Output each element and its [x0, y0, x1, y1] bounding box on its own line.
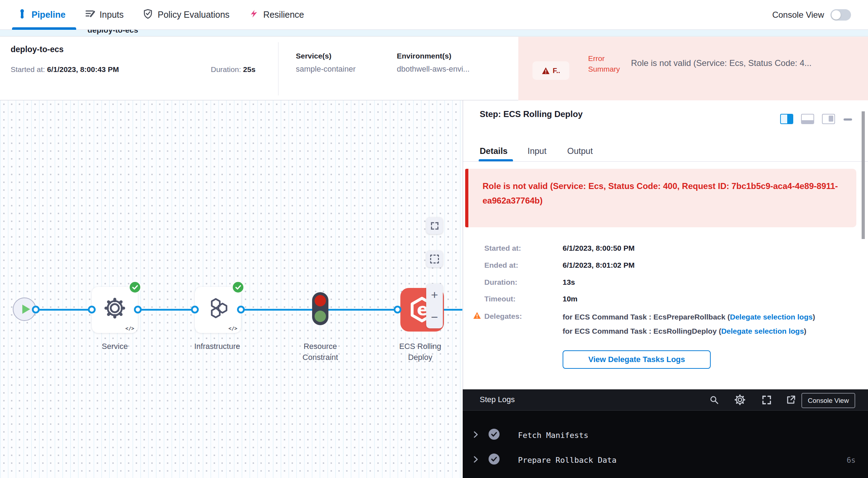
log-step-success-icon — [489, 429, 500, 440]
fit-to-screen-button[interactable] — [426, 217, 443, 234]
console-view-toggle[interactable] — [830, 9, 851, 21]
minimize-panel-button[interactable] — [844, 118, 852, 121]
node-infrastructure[interactable]: </> — [195, 287, 241, 333]
delegate-selection-logs-link[interactable]: Delegate selection logs — [721, 327, 804, 335]
edge-connector — [88, 306, 96, 313]
step-panel-title: Step: ECS Rolling Deploy — [480, 109, 583, 119]
log-step-success-icon — [489, 454, 500, 465]
delegate-task-2-text: for ECS Command Task : EcsRollingDeploy … — [563, 327, 721, 335]
started-at-value: 6/1/2023, 8:00:43 PM — [47, 65, 119, 73]
code-glyph: </> — [229, 326, 237, 331]
toggle-knob — [832, 10, 841, 20]
inputs-icon — [85, 9, 95, 21]
zoom-out-button[interactable]: − — [426, 306, 443, 328]
step-delegates-label: Delegates: — [484, 312, 522, 321]
zoom-control: + − — [426, 284, 443, 328]
code-glyph: </> — [125, 326, 134, 331]
delegates-info: for ECS Command Task : EcsPrepareRollbac… — [563, 311, 828, 340]
delegate-task-2-suffix: ) — [804, 327, 806, 335]
open-in-new-window-icon[interactable] — [786, 395, 796, 405]
scrolled-content-strip: deploy-to-ecs — [0, 30, 868, 37]
step-details-panel — [463, 100, 868, 389]
resilience-icon — [249, 9, 259, 21]
expand-logs-icon[interactable] — [762, 395, 772, 405]
tab-policy-evaluations-label: Policy Evaluations — [158, 10, 230, 20]
log-row-fetch-manifests[interactable]: Fetch Manifests — [518, 431, 588, 440]
panel-scrollbar[interactable] — [862, 111, 865, 239]
expand-chevron-icon[interactable] — [471, 455, 480, 464]
step-error-message: Role is not valid (Service: Ecs, Status … — [483, 179, 839, 208]
success-badge — [130, 282, 140, 293]
node-label-resource-constraint: Resource Constraint — [292, 341, 349, 363]
tab-pipeline-label: Pipeline — [32, 10, 66, 20]
tab-resilience[interactable]: Resilience — [249, 9, 304, 21]
layout-bottom-panel-button[interactable] — [801, 114, 814, 124]
delegate-task-1-suffix: ) — [813, 313, 815, 321]
tab-input[interactable]: Input — [528, 146, 546, 156]
shield-check-icon — [143, 9, 153, 21]
edge-connector — [191, 306, 199, 313]
delegate-task-1: for ECS Command Task : EcsPrepareRollbac… — [563, 311, 828, 322]
marquee-select-button[interactable] — [426, 251, 443, 267]
play-icon — [22, 305, 30, 314]
marquee-icon — [430, 255, 439, 263]
duration: Duration: 25s — [211, 65, 255, 74]
tab-output[interactable]: Output — [567, 146, 593, 156]
delegate-task-2: for ECS Command Task : EcsRollingDeploy … — [563, 326, 828, 337]
status-badge: F.. — [532, 61, 569, 80]
view-delegate-tasks-logs-button[interactable]: View Delegate Tasks Logs — [563, 350, 711, 369]
node-resource-constraint[interactable] — [312, 292, 328, 325]
duration-value: 25s — [243, 65, 255, 73]
pipeline-canvas[interactable]: </> </> — [0, 100, 462, 478]
log-row-prepare-rollback-data[interactable]: Prepare Rollback Data — [518, 456, 616, 465]
tab-inputs[interactable]: Inputs — [85, 9, 124, 21]
hexagons-icon — [207, 297, 229, 319]
error-summary-text: Role is not valid (Service: Ecs, Status … — [631, 58, 863, 68]
edge-connector — [237, 306, 245, 313]
error-summary-label: Error Summary — [588, 53, 628, 74]
step-ended-value: 6/1/2023, 8:01:02 PM — [563, 261, 635, 269]
edge-connector — [134, 306, 142, 313]
tab-inputs-label: Inputs — [100, 10, 124, 20]
search-icon[interactable] — [709, 395, 719, 405]
layout-right-panel-button[interactable] — [780, 114, 793, 124]
tab-details[interactable]: Details — [480, 146, 508, 156]
tab-policy-evaluations[interactable]: Policy Evaluations — [143, 9, 230, 21]
layout-floating-panel-button[interactable] — [822, 114, 835, 124]
step-started-value: 6/1/2023, 8:00:50 PM — [563, 244, 635, 252]
step-error-banner: Role is not valid (Service: Ecs, Status … — [465, 169, 856, 227]
services-label: Service(s) — [296, 52, 331, 60]
delegates-warning-icon — [473, 312, 481, 319]
active-tab-indicator — [12, 27, 76, 30]
failed-warning-icon — [542, 67, 550, 74]
pipeline-icon — [17, 9, 27, 21]
step-timeout-value: 10m — [563, 295, 577, 303]
traffic-light-red — [315, 295, 326, 306]
started-at: Started at: 6/1/2023, 8:00:43 PM — [11, 65, 119, 74]
logs-console-view-button[interactable]: Console View — [801, 393, 855, 408]
status-badge-text: F.. — [553, 67, 560, 75]
tab-pipeline[interactable]: Pipeline — [17, 9, 66, 21]
node-service[interactable]: </> — [92, 287, 138, 333]
zoom-in-button[interactable]: + — [426, 284, 443, 306]
log-settings-gear-icon[interactable] — [734, 394, 746, 406]
environments-value[interactable]: dbothwell-aws-envi... — [397, 65, 469, 74]
node-label-infrastructure: Infrastructure — [184, 341, 251, 352]
tab-resilience-label: Resilience — [263, 10, 304, 20]
tabs-divider — [463, 161, 868, 162]
step-duration-label: Duration: — [484, 278, 517, 287]
nav-tabs: Pipeline Inputs Policy E — [17, 9, 304, 21]
expand-chevron-icon[interactable] — [471, 430, 480, 439]
delegate-selection-logs-link[interactable]: Delegate selection logs — [730, 313, 812, 321]
duration-label: Duration: — [211, 65, 241, 73]
fullscreen-icon — [430, 222, 439, 230]
services-value[interactable]: sample-container — [296, 65, 356, 74]
error-summary-section: F.. Error Summary Role is not valid (Ser… — [518, 37, 868, 100]
pipeline-name: deploy-to-ecs — [11, 45, 64, 54]
started-at-label: Started at: — [11, 65, 45, 73]
execution-header: deploy-to-ecs Started at: 6/1/2023, 8:00… — [0, 37, 868, 100]
edge-connector — [32, 306, 40, 313]
delegate-task-1-text: for ECS Command Task : EcsPrepareRollbac… — [563, 313, 730, 321]
header-divider — [278, 42, 278, 95]
node-label-ecs: ECS Rolling Deploy — [392, 341, 449, 363]
